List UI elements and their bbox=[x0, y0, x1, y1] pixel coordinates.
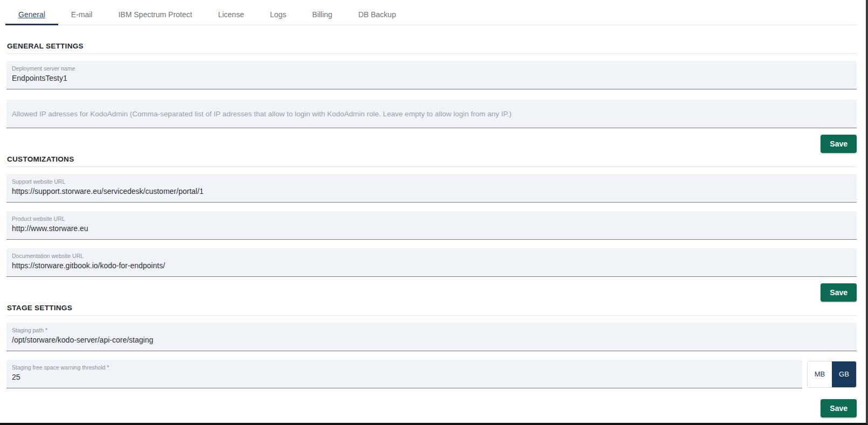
product-website-url-input[interactable] bbox=[12, 222, 851, 233]
tab-bar: General E-mail IBM Spectrum Protect Lice… bbox=[5, 5, 857, 25]
unit-toggle: MB GB bbox=[807, 361, 857, 388]
general-settings-save-button[interactable]: Save bbox=[821, 135, 857, 153]
staging-path-input[interactable] bbox=[12, 334, 851, 344]
allowed-ip-addresses-input[interactable] bbox=[12, 109, 851, 118]
field-support-website-url[interactable]: Support website URL bbox=[6, 174, 857, 203]
customizations-save-row: Save bbox=[6, 283, 857, 302]
unit-mb-button[interactable]: MB bbox=[808, 361, 832, 387]
stage-settings-save-row: Save bbox=[6, 399, 857, 417]
tab-db-backup[interactable]: DB Backup bbox=[345, 5, 409, 25]
field-deployment-server-name[interactable]: Deployment server name bbox=[6, 61, 857, 89]
content: GENERAL SETTINGS Deployment server name … bbox=[0, 25, 866, 417]
section-general-settings: GENERAL SETTINGS Deployment server name … bbox=[6, 42, 857, 153]
tab-license[interactable]: License bbox=[205, 5, 257, 25]
field-allowed-ip-addresses[interactable] bbox=[6, 100, 857, 128]
customizations-save-button[interactable]: Save bbox=[821, 283, 857, 302]
section-divider bbox=[6, 53, 857, 54]
field-staging-path[interactable]: Staging path * bbox=[6, 323, 857, 351]
general-settings-save-row: Save bbox=[6, 135, 857, 153]
documentation-website-url-label: Documentation website URL bbox=[12, 253, 851, 259]
staging-threshold-row: Staging free space warning threshold * M… bbox=[6, 360, 857, 388]
deployment-server-name-label: Deployment server name bbox=[12, 65, 851, 72]
field-staging-threshold[interactable]: Staging free space warning threshold * bbox=[6, 360, 802, 388]
tab-billing[interactable]: Billing bbox=[299, 5, 345, 25]
tab-general[interactable]: General bbox=[5, 5, 58, 25]
settings-page: General E-mail IBM Spectrum Protect Lice… bbox=[0, 0, 868, 425]
customizations-title: CUSTOMIZATIONS bbox=[7, 155, 857, 163]
support-website-url-label: Support website URL bbox=[12, 178, 851, 185]
stage-settings-title: STAGE SETTINGS bbox=[7, 304, 857, 312]
staging-threshold-input[interactable] bbox=[12, 371, 797, 381]
section-divider bbox=[6, 315, 857, 316]
field-product-website-url[interactable]: Product website URL bbox=[6, 211, 857, 240]
staging-path-label: Staging path * bbox=[12, 327, 851, 333]
staging-threshold-label: Staging free space warning threshold * bbox=[12, 364, 797, 371]
general-settings-title: GENERAL SETTINGS bbox=[7, 42, 857, 50]
product-website-url-label: Product website URL bbox=[12, 215, 851, 222]
tab-email[interactable]: E-mail bbox=[58, 5, 106, 25]
unit-gb-button[interactable]: GB bbox=[832, 361, 856, 387]
section-divider bbox=[6, 166, 857, 167]
documentation-website-url-input[interactable] bbox=[12, 260, 851, 270]
tab-ibm-spectrum-protect[interactable]: IBM Spectrum Protect bbox=[105, 5, 205, 25]
support-website-url-input[interactable] bbox=[12, 185, 851, 196]
section-customizations: CUSTOMIZATIONS Support website URL Produ… bbox=[6, 155, 857, 302]
deployment-server-name-input[interactable] bbox=[12, 72, 851, 82]
stage-settings-save-button[interactable]: Save bbox=[821, 399, 857, 417]
section-stage-settings: STAGE SETTINGS Staging path * Staging fr… bbox=[6, 304, 857, 417]
field-documentation-website-url[interactable]: Documentation website URL bbox=[6, 248, 857, 277]
tab-logs[interactable]: Logs bbox=[257, 5, 299, 25]
